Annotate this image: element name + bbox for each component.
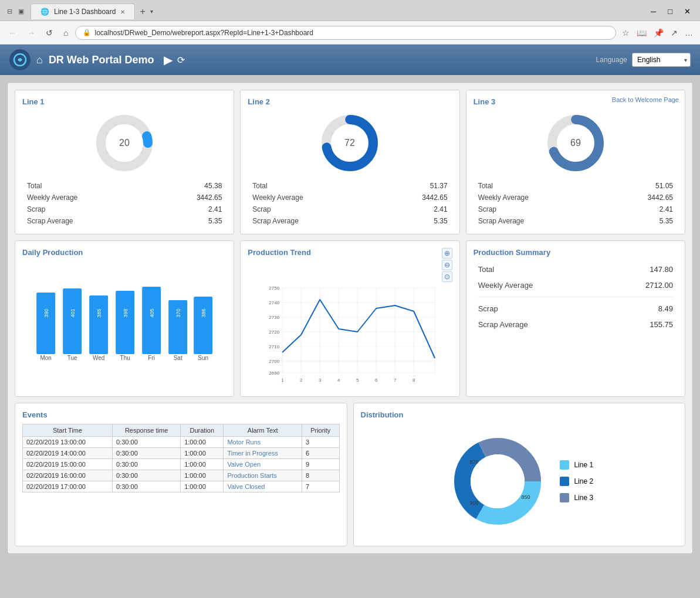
event-priority: 3 <box>302 437 340 448</box>
line3-scrap-row: Scrap 2.41 <box>474 203 678 215</box>
event-response: 0:30:00 <box>113 459 181 470</box>
legend-line1: Line 1 <box>560 460 593 470</box>
reload-button[interactable]: ↺ <box>42 27 56 39</box>
url-box[interactable]: 🔒 localhost/DRweb_Demo/webreport.aspx?Re… <box>75 26 616 40</box>
event-alarm[interactable]: Production Starts <box>224 470 302 481</box>
reading-mode-icon[interactable]: 📖 <box>634 26 649 40</box>
middle-row: Daily Production 390 401 38 <box>15 240 685 397</box>
window-icon: ⊟ <box>5 7 14 16</box>
line2-weekly-value: 3442.65 <box>422 193 447 202</box>
app-header: ⌂ DR Web Portal Demo ▶ ⟳ Language Englis… <box>0 45 700 75</box>
ssl-icon: 🔒 <box>83 29 91 36</box>
svg-rect-10 <box>36 293 55 354</box>
event-priority: 8 <box>302 470 340 481</box>
play-button[interactable]: ▶ <box>164 53 173 67</box>
event-alarm[interactable]: Timer in Progress <box>224 448 302 459</box>
line1-scrap-value: 2.41 <box>208 205 222 213</box>
zoom-reset-icon[interactable]: ⊙ <box>442 271 452 282</box>
col-duration: Duration <box>181 424 224 437</box>
svg-text:1: 1 <box>281 378 284 383</box>
forward-button[interactable]: → <box>23 27 39 39</box>
table-row: 02/20/2019 17:00:00 0:30:00 1:00:00 Valv… <box>23 481 340 492</box>
minimize-button[interactable]: ─ <box>646 6 661 17</box>
svg-text:398: 398 <box>123 308 128 317</box>
pin-icon[interactable]: 📌 <box>651 26 666 40</box>
back-to-welcome-link[interactable]: Back to Welcome Page <box>612 96 679 103</box>
close-window-button[interactable]: ✕ <box>679 6 695 17</box>
svg-rect-14 <box>142 287 161 354</box>
back-button[interactable]: ← <box>5 27 20 39</box>
svg-text:Tue: Tue <box>67 355 77 360</box>
language-selector[interactable]: English ▾ <box>632 53 691 67</box>
legend-line3-label: Line 3 <box>574 494 593 502</box>
line3-scrap-value: 2.41 <box>660 205 673 213</box>
svg-text:405: 405 <box>149 308 155 317</box>
share-icon[interactable]: ↗ <box>668 26 680 40</box>
refresh-button[interactable]: ⟳ <box>177 55 185 66</box>
svg-rect-13 <box>116 291 134 354</box>
line2-donut: 72 <box>248 111 452 175</box>
svg-point-69 <box>471 454 525 508</box>
svg-text:5: 5 <box>356 378 359 383</box>
production-trend-card: Production Trend ⊕ ⊖ ⊙ <box>240 240 459 397</box>
active-tab[interactable]: 🌐 Line 1-3 Dashboard ✕ <box>31 4 135 19</box>
svg-text:2700: 2700 <box>269 359 280 364</box>
line2-title: Line 2 <box>248 97 452 106</box>
table-row: 02/20/2019 13:00:00 0:30:00 1:00:00 Moto… <box>23 437 340 448</box>
svg-text:8: 8 <box>412 378 415 383</box>
event-alarm[interactable]: Valve Closed <box>224 481 302 492</box>
zoom-controls: ⊕ ⊖ ⊙ <box>442 248 452 282</box>
event-start: 02/20/2019 16:00:00 <box>23 470 113 481</box>
monitor-icon: ▣ <box>16 7 26 16</box>
line2-total-value: 51.37 <box>430 182 448 190</box>
production-trend-title: Production Trend <box>248 248 311 257</box>
tab-close-button[interactable]: ✕ <box>120 9 125 15</box>
summary-scrap-avg-value: 155.75 <box>650 320 673 329</box>
line1-donut: 20 <box>22 111 226 175</box>
summary-scrap-avg-label: Scrap Average <box>478 320 528 329</box>
daily-production-title: Daily Production <box>22 248 226 257</box>
line2-weekly-label: Weekly Average <box>252 193 303 202</box>
main-content: Line 1 20 Total 45.38 Weekly Average 344… <box>0 75 700 598</box>
svg-text:Sat: Sat <box>174 355 182 360</box>
new-tab-button[interactable]: + <box>135 6 150 17</box>
tab-dropdown-button[interactable]: ▾ <box>150 8 153 15</box>
line1-title: Line 1 <box>22 97 226 106</box>
line3-scrap-avg-value: 5.35 <box>660 217 673 225</box>
bookmark-star-icon[interactable]: ☆ <box>620 26 632 40</box>
event-start: 02/20/2019 15:00:00 <box>23 459 113 470</box>
col-start-time: Start Time <box>23 424 113 437</box>
home-button[interactable]: ⌂ <box>60 27 72 39</box>
events-title: Events <box>22 410 340 419</box>
event-alarm[interactable]: Valve Open <box>224 459 302 470</box>
event-duration: 1:00:00 <box>181 470 224 481</box>
browser-toolbar: ☆ 📖 📌 ↗ … <box>620 26 695 40</box>
svg-text:6: 6 <box>375 378 378 383</box>
line1-total-row: Total 45.38 <box>22 180 226 192</box>
svg-text:Fri: Fri <box>148 355 155 360</box>
line1-scrap-row: Scrap 2.41 <box>22 203 226 215</box>
window-controls: ⊟ ▣ <box>5 7 26 16</box>
tab-title: Line 1-3 Dashboard <box>54 8 116 16</box>
legend-line3-color <box>560 493 569 502</box>
home-icon[interactable]: ⌂ <box>36 54 43 66</box>
line3-card: Line 3 Back to Welcome Page 69 Total 51.… <box>466 90 685 235</box>
table-row: 02/20/2019 15:00:00 0:30:00 1:00:00 Valv… <box>23 459 340 470</box>
zoom-in-icon[interactable]: ⊕ <box>442 248 452 259</box>
svg-text:850: 850 <box>522 494 530 500</box>
svg-text:2740: 2740 <box>269 300 280 305</box>
top-row: Line 1 20 Total 45.38 Weekly Average 344… <box>15 90 685 235</box>
line1-scrap-avg-value: 5.35 <box>208 217 222 225</box>
extensions-icon[interactable]: … <box>682 26 695 40</box>
zoom-out-icon[interactable]: ⊖ <box>442 260 452 270</box>
svg-text:4: 4 <box>337 378 340 383</box>
maximize-button[interactable]: □ <box>663 6 677 17</box>
language-dropdown[interactable]: English <box>632 53 691 67</box>
legend-line2-label: Line 2 <box>574 477 593 485</box>
line2-total-label: Total <box>252 182 267 190</box>
event-alarm[interactable]: Motor Runs <box>224 437 302 448</box>
event-priority: 9 <box>302 459 340 470</box>
logo-icon <box>13 53 27 67</box>
legend-line2-color <box>560 477 569 486</box>
col-priority: Priority <box>302 424 340 437</box>
